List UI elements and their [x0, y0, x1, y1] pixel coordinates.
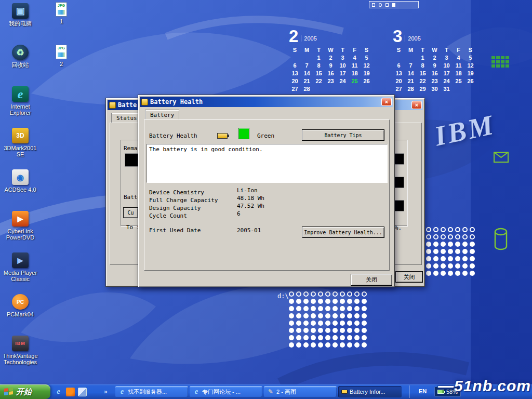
close-button[interactable]: 关闭 — [351, 274, 392, 286]
calendar-day: 28 — [405, 86, 417, 94]
taskbar-task[interactable]: 找不到服务器... — [115, 386, 188, 397]
dot — [455, 227, 460, 232]
dot — [462, 242, 468, 247]
dot — [340, 342, 345, 348]
battery-field-row: Device ChemistryLi-Ion — [149, 187, 385, 195]
dot — [354, 342, 360, 348]
calendar-day — [393, 55, 405, 62]
dot — [296, 342, 301, 348]
dot — [462, 256, 468, 261]
dot — [426, 256, 431, 261]
dot — [441, 242, 446, 247]
dot — [448, 263, 453, 269]
dot — [296, 291, 301, 297]
calendar-day: 4 — [453, 55, 464, 62]
calendar-day: 3 — [441, 55, 453, 62]
dot — [362, 306, 367, 311]
cu-button[interactable]: Cu — [123, 207, 138, 218]
calendar-day: 11 — [453, 62, 464, 70]
dot — [441, 263, 446, 269]
dot — [354, 299, 360, 304]
close-button[interactable]: 关闭 — [395, 271, 423, 283]
paint-icon — [267, 388, 274, 395]
language-indicator[interactable]: EN — [419, 388, 427, 394]
dot — [462, 249, 468, 254]
calendar-day: 14 — [301, 70, 313, 78]
calendar-year: 2005 — [301, 35, 316, 42]
battery-health-dialog: Battery Health Battery Battery Health Gr… — [138, 95, 395, 287]
dot — [340, 328, 345, 333]
calendar-day: 22 — [313, 78, 325, 86]
dot — [448, 242, 453, 247]
dot — [332, 299, 338, 304]
dot — [362, 299, 367, 304]
dot — [426, 263, 431, 269]
calendar-weekday: W — [429, 47, 441, 55]
dot — [362, 291, 367, 297]
dot — [470, 249, 475, 254]
dot — [296, 328, 301, 333]
calendar-day: 11 — [349, 62, 361, 70]
dot — [455, 256, 460, 261]
dot — [426, 242, 431, 247]
dot — [433, 263, 438, 269]
cylinder-icon — [494, 228, 508, 251]
dot — [303, 335, 309, 340]
taskbar-task[interactable]: Battery Infor... — [338, 386, 402, 397]
calendar-day: 30 — [429, 86, 441, 94]
percent-label: %. — [395, 224, 402, 231]
calendar-day — [301, 55, 313, 62]
battery-health-label: Battery Health — [149, 132, 197, 139]
field-value: 47.52 Wh — [237, 203, 264, 209]
dot — [347, 291, 352, 297]
calendar-weekday: T — [313, 47, 325, 55]
drive-label: d:\ — [277, 292, 289, 300]
calendar-day: 2 — [429, 55, 441, 62]
battery-tips-button[interactable]: Battery Tips — [302, 129, 384, 141]
dot — [441, 234, 446, 240]
dot — [318, 335, 323, 340]
battery-field-row: Cycle Count6 — [149, 210, 385, 218]
dot — [311, 335, 316, 340]
calendar-month-number: 2 — [289, 29, 298, 44]
calendar-weekday: T — [441, 47, 453, 55]
dot — [303, 291, 309, 297]
wallpaper-dot-grid — [289, 291, 367, 348]
tab-battery[interactable]: Battery — [145, 110, 179, 119]
dot — [347, 306, 352, 311]
dot — [289, 291, 294, 297]
calendar-day: 21 — [405, 78, 417, 86]
close-icon[interactable] — [381, 98, 392, 106]
calendar-day: 13 — [289, 70, 301, 78]
calendar-day: 23 — [325, 78, 337, 86]
file-icon-jpg-2[interactable]: JPG2 — [52, 45, 71, 67]
calendar-day: 18 — [349, 70, 361, 78]
file-icon-jpg-1[interactable]: JPG1 — [52, 2, 71, 24]
calendar-day — [453, 86, 464, 94]
dot — [340, 321, 345, 326]
close-icon[interactable] — [411, 101, 422, 109]
improve-battery-health-button[interactable]: Improve Battery Health... — [302, 227, 384, 238]
calendar-day: 13 — [393, 70, 405, 78]
battery-health-titlebar[interactable]: Battery Health — [140, 97, 393, 107]
calendar-day — [325, 86, 337, 94]
dot — [311, 306, 316, 311]
calendar-day: 4 — [349, 55, 361, 62]
dot — [362, 335, 367, 340]
dot — [426, 271, 431, 276]
dot — [311, 342, 316, 348]
dot — [433, 256, 438, 261]
dot — [340, 306, 345, 311]
dot — [433, 234, 438, 240]
calendar-day: 20 — [289, 78, 301, 86]
taskbar-task[interactable]: 2 - 画图 — [264, 386, 337, 397]
calendar-day: 29 — [417, 86, 429, 94]
calendar-day — [464, 86, 476, 94]
keypad-icon — [491, 56, 509, 68]
dot — [332, 291, 338, 297]
dot — [289, 321, 294, 326]
dot — [347, 299, 352, 304]
taskbar-task[interactable]: 专门网论坛 - ... — [190, 386, 262, 397]
calendar-weekday: T — [417, 47, 429, 55]
dot — [318, 321, 323, 326]
